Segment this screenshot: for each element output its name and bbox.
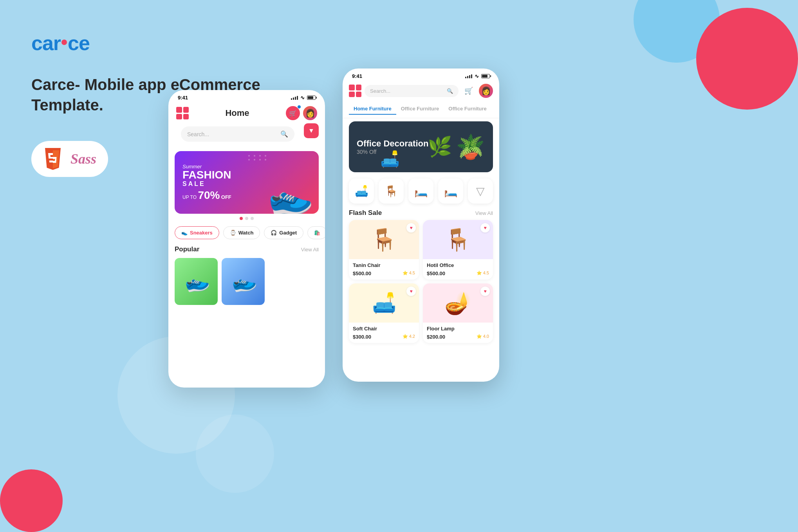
phone2-search-placeholder: Search... [370, 88, 390, 94]
phone2-cart-icon[interactable]: 🛒 [462, 84, 476, 98]
tab-office-furniture-label-2: Office Furniture [448, 106, 487, 112]
popular-title: Popular [175, 245, 199, 253]
dot-active [240, 217, 243, 220]
flash-card-soft-chair[interactable]: 🛋️ ♥ Soft Chair $300.00 ⭐ 4.2 [349, 283, 419, 343]
tab-home-furniture-label: Home Furniture [354, 106, 392, 112]
sass-badge: Sass [70, 151, 96, 167]
soft-chair-name: Soft Chair [353, 326, 415, 332]
banner-shoe-image: 👟 [262, 171, 315, 214]
office-promo-banner: 🌿 🪴 🛋️ Office Decoration 30% Off [349, 121, 493, 172]
search-bar[interactable]: Search... 🔍 [181, 126, 294, 142]
bg-decoration-circle-mid2 [196, 415, 274, 493]
flash-sale-title: Flash Sale [349, 209, 382, 217]
banner-upto: UP TO 70% OFF [182, 189, 231, 202]
banner-sale: SALE [182, 180, 231, 188]
soft-chair-rating: ⭐ 4.2 [403, 334, 415, 339]
floor-lamp-rating: ⭐ 4.0 [477, 334, 489, 339]
popular-section-header: Popular View All [168, 242, 325, 256]
filter-funnel-icon: ▽ [476, 185, 485, 198]
floor-lamp-info: Floor Lamp $200.00 ⭐ 4.0 [423, 323, 493, 343]
product-card-blue-shoe[interactable]: 👟 [222, 258, 265, 305]
gadget-icon: 🎧 [271, 230, 277, 236]
flash-sale-section: Flash Sale View All 🪑 ♥ Tanin Chair $500… [343, 207, 499, 345]
soft-chair-info: Soft Chair $300.00 ⭐ 4.2 [349, 323, 419, 343]
soft-chair-heart[interactable]: ♥ [406, 287, 416, 296]
tab-home-furniture[interactable]: Home Furniture [349, 103, 396, 115]
tab-office-furniture-1[interactable]: Office Furniture [396, 103, 444, 115]
sneakers-label: Sneakers [190, 230, 213, 236]
battery-icon [307, 96, 316, 100]
banner-text: Summer FASHION SALE UP TO 70% OFF [182, 164, 231, 202]
promo-subtitle: 30% Off [357, 149, 428, 155]
floor-lamp-image: 🪔 ♥ [423, 283, 493, 323]
logo-text: carce [31, 31, 90, 55]
soft-chair-image: 🛋️ ♥ [349, 283, 419, 323]
more-icon: 🛍️ [314, 230, 320, 236]
search-area: Search... 🔍 ▼ [168, 123, 325, 148]
flash-card-hotil-office[interactable]: 🪑 ♥ Hotil Office $500.00 ⭐ 4.5 [423, 220, 493, 280]
promo-banner-plants: 🌿 🪴 [428, 121, 485, 172]
menu-grid-icon[interactable] [176, 107, 189, 119]
icon-double-bed[interactable]: 🛏️ [438, 179, 463, 204]
promo-banner: Summer FASHION SALE UP TO 70% OFF 👟 [175, 151, 319, 214]
cart-badge-dot [297, 105, 301, 109]
popular-view-all[interactable]: View All [301, 247, 319, 252]
chip-sneakers[interactable]: 👟 Sneakers [175, 226, 219, 239]
dot-inactive-2 [251, 217, 254, 220]
flash-card-floor-lamp[interactable]: 🪔 ♥ Floor Lamp $200.00 ⭐ 4.0 [423, 283, 493, 343]
watch-icon: ⌚ [230, 230, 236, 236]
hotil-office-heart[interactable]: ♥ [480, 223, 490, 233]
phone2-search-bar[interactable]: Search... 🔍 [365, 85, 459, 97]
phone2-wifi-icon: ∿ [475, 73, 479, 79]
phone1-status-icons: ∿ [291, 95, 316, 101]
chip-gadget[interactable]: 🎧 Gadget [264, 226, 303, 239]
flash-card-tanin-chair[interactable]: 🪑 ♥ Tanin Chair $500.00 ⭐ 4.5 [349, 220, 419, 280]
icon-bed[interactable]: 🛏️ [408, 179, 433, 204]
tanin-chair-rating: ⭐ 4.5 [403, 271, 415, 276]
category-tabs: Home Furniture Office Furniture Office F… [343, 100, 499, 118]
floor-lamp-price: $200.00 [427, 334, 445, 340]
sneakers-icon: 👟 [181, 230, 188, 236]
phone2-mockup: 9:41 ∿ Search... 🔍 🛒 [343, 69, 499, 382]
user-avatar[interactable]: 👩 [303, 106, 317, 120]
promo-banner-text: Office Decoration 30% Off [357, 139, 428, 155]
tanin-chair-price: $500.00 [353, 271, 371, 276]
green-shoe-image: 👟 [175, 258, 218, 305]
logo-dot [61, 40, 67, 45]
filter-button[interactable]: ▼ [304, 123, 319, 138]
wifi-icon: ∿ [300, 95, 305, 101]
tanin-chair-heart[interactable]: ♥ [406, 223, 416, 233]
banner-dots [168, 217, 325, 220]
product-card-green-shoe[interactable]: 👟 [175, 258, 218, 305]
tanin-chair-name: Tanin Chair [353, 262, 415, 268]
bg-decoration-circle-bottom-left [0, 469, 63, 532]
filter-icon: ▼ [308, 127, 314, 134]
phone2-menu-icon[interactable] [349, 85, 361, 97]
floor-lamp-heart[interactable]: ♥ [480, 287, 490, 296]
floor-lamp-name: Floor Lamp [427, 326, 489, 332]
phone2-user-avatar[interactable]: 👩 [479, 84, 493, 98]
icon-chair[interactable]: 🪑 [379, 179, 404, 204]
flash-sale-view-all[interactable]: View All [475, 210, 493, 216]
bg-decoration-circle-right [696, 8, 798, 110]
icon-filter[interactable]: ▽ [468, 179, 493, 204]
phone2-cart-badge [496, 69, 499, 72]
chip-watch[interactable]: ⌚ Watch [223, 226, 260, 239]
phone2-signal-icon [465, 74, 472, 78]
hotil-office-name: Hotil Office [427, 262, 489, 268]
tab-office-furniture-label-1: Office Furniture [401, 106, 439, 112]
soft-chair-price: $300.00 [353, 334, 371, 340]
search-placeholder: Search... [187, 131, 209, 137]
tech-badges: Sass [31, 141, 108, 177]
tab-office-furniture-2[interactable]: Office Furniture [444, 103, 491, 115]
promo-title: Office Decoration [357, 139, 428, 149]
phone2-search-icon: 🔍 [447, 88, 453, 94]
tanin-chair-info: Tanin Chair $500.00 ⭐ 4.5 [349, 259, 419, 280]
furniture-icon-row: 🛋️ 🪑 🛏️ 🛏️ ▽ [343, 175, 499, 207]
icon-sofa[interactable]: 🛋️ [349, 179, 374, 204]
cart-icon[interactable]: 🛒 [286, 106, 300, 120]
banner-fashion: FASHION [182, 170, 231, 180]
flash-sale-header: Flash Sale View All [349, 209, 493, 217]
chip-more[interactable]: 🛍️ [307, 226, 325, 239]
phone2-status-bar: 9:41 ∿ [343, 69, 499, 81]
